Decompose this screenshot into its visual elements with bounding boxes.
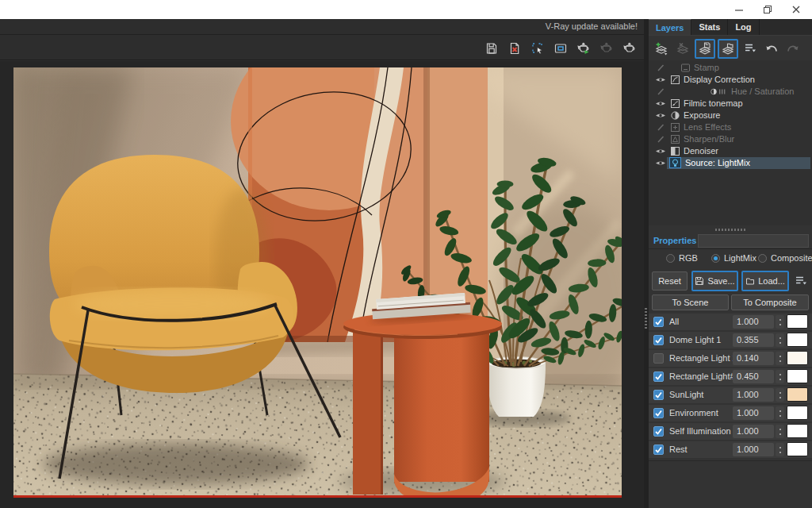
load-button[interactable]: Load...: [741, 271, 789, 291]
visibility-off-icon[interactable]: [655, 136, 666, 143]
value-spinner[interactable]: [776, 443, 784, 456]
light-value-field[interactable]: 1.000: [733, 315, 774, 329]
layer-row-denoiser[interactable]: Denoiser: [649, 145, 812, 157]
visibility-eye-icon[interactable]: [655, 112, 666, 119]
load-layers-preset-button[interactable]: [718, 39, 738, 59]
light-color-swatch[interactable]: [787, 369, 808, 383]
light-color-swatch[interactable]: [787, 406, 808, 420]
visibility-off-icon[interactable]: [655, 64, 666, 71]
delete-layer-icon: [676, 41, 690, 56]
light-checkbox[interactable]: [653, 335, 664, 345]
stop-render-button[interactable]: [619, 38, 639, 58]
light-row-all[interactable]: All 1.000: [649, 314, 812, 330]
light-checkbox[interactable]: [653, 353, 664, 364]
layer-row-filmic-tonemap[interactable]: Filmic tonemap: [649, 98, 812, 110]
save-button[interactable]: Save...: [691, 271, 738, 291]
light-value-field[interactable]: 0.140: [733, 352, 774, 365]
layer-row-stamp[interactable]: Stamp: [649, 62, 812, 74]
reset-button[interactable]: Reset: [652, 271, 688, 291]
lightmix-presets-menu-button[interactable]: [792, 272, 810, 290]
light-value-field[interactable]: 0.355: [733, 333, 774, 347]
lightmix-bulb-icon: [669, 157, 681, 168]
light-color-swatch[interactable]: [787, 387, 808, 402]
layer-row-sharpen-blur[interactable]: Sharpen/Blur: [649, 133, 812, 145]
value-spinner[interactable]: [776, 315, 784, 329]
radio-composite[interactable]: Composite: [758, 253, 812, 263]
visibility-off-icon[interactable]: [655, 88, 666, 95]
render-last-button[interactable]: [573, 38, 593, 58]
undo-button[interactable]: [762, 39, 781, 58]
region-render-button[interactable]: [527, 38, 547, 58]
light-row-rectangle-light-2[interactable]: Rectangle Light 2 0.140: [649, 350, 812, 367]
light-checkbox[interactable]: [653, 426, 664, 437]
value-spinner[interactable]: [776, 388, 784, 402]
restore-button[interactable]: [753, 0, 782, 19]
value-spinner[interactable]: [776, 333, 784, 347]
light-row-environment[interactable]: Environment 1.000: [649, 405, 812, 421]
show-whole-image-button[interactable]: [550, 38, 570, 58]
light-checkbox[interactable]: [653, 371, 664, 382]
save-layers-preset-button[interactable]: [695, 39, 715, 59]
light-checkbox[interactable]: [653, 390, 664, 400]
render-image[interactable]: [13, 67, 622, 498]
layer-label: Sharpen/Blur: [684, 133, 734, 145]
layer-row-exposure[interactable]: Exposure: [649, 110, 812, 121]
light-color-swatch[interactable]: [787, 314, 808, 329]
close-button[interactable]: [782, 0, 810, 19]
layer-row-lens-effects[interactable]: Lens Effects: [649, 121, 812, 133]
light-value-field[interactable]: 1.000: [733, 388, 774, 402]
minimize-button[interactable]: [725, 0, 753, 19]
restore-icon: [762, 4, 773, 15]
radio-icon: [711, 254, 720, 263]
light-row-dome-light-1[interactable]: Dome Light 1 0.355: [649, 332, 812, 348]
light-row-self-illumination[interactable]: Self Illumination 1.000: [649, 423, 812, 440]
light-checkbox[interactable]: [653, 317, 664, 327]
to-scene-button[interactable]: To Scene: [652, 294, 729, 310]
layer-row-display-correction[interactable]: Display Correction: [649, 74, 812, 86]
panel-divider-grip[interactable]: [645, 308, 647, 329]
tab-layers[interactable]: Layers: [649, 19, 691, 35]
save-image-button[interactable]: [481, 38, 501, 58]
add-layer-button[interactable]: [652, 39, 671, 58]
folder-icon: [745, 276, 755, 286]
light-value-field[interactable]: 1.000: [733, 443, 774, 456]
clear-image-button[interactable]: [504, 38, 524, 58]
layer-label: Denoiser: [684, 145, 718, 157]
light-row-rest[interactable]: Rest 1.000: [649, 441, 812, 458]
radio-lightmix[interactable]: LightMix: [711, 253, 756, 263]
light-value-field[interactable]: 1.000: [733, 425, 774, 438]
value-spinner[interactable]: [776, 370, 784, 383]
to-composite-button[interactable]: To Composite: [731, 294, 809, 310]
layer-presets-menu-button[interactable]: [741, 39, 760, 58]
light-value-field[interactable]: 1.000: [733, 406, 774, 420]
light-color-swatch[interactable]: [787, 442, 808, 456]
light-name: Dome Light 1: [669, 332, 721, 348]
value-spinner[interactable]: [776, 425, 784, 438]
value-spinner[interactable]: [776, 406, 784, 420]
light-checkbox[interactable]: [653, 444, 664, 455]
value-spinner[interactable]: [776, 352, 784, 365]
properties-tab[interactable]: Properties: [653, 236, 696, 245]
properties-splitter-grip[interactable]: [649, 226, 812, 233]
tab-stats[interactable]: Stats: [691, 19, 728, 35]
visibility-eye-icon[interactable]: [655, 160, 666, 167]
light-value-field[interactable]: 0.450: [733, 370, 774, 383]
visibility-eye-icon[interactable]: [655, 148, 666, 155]
visibility-off-icon[interactable]: [655, 124, 666, 131]
light-color-swatch[interactable]: [787, 333, 808, 347]
visibility-eye-icon[interactable]: [655, 76, 666, 83]
light-row-sunlight[interactable]: SunLight 1.000: [649, 387, 812, 403]
light-checkbox[interactable]: [653, 408, 664, 418]
update-notification[interactable]: V-Ray update available!: [546, 21, 638, 31]
delete-layer-button: [673, 39, 692, 58]
layer-row-source-lightmix[interactable]: Source: LightMix: [649, 157, 812, 169]
light-row-rectangle-light1-3[interactable]: Rectangle Light#1 3 0.450: [649, 368, 812, 385]
light-name: All: [669, 314, 679, 330]
tab-log[interactable]: Log: [728, 19, 759, 35]
visibility-eye-icon[interactable]: [655, 100, 666, 107]
layer-row-hue-saturation[interactable]: Hue / Saturation: [649, 86, 812, 98]
light-color-swatch[interactable]: [787, 351, 808, 365]
radio-rgb[interactable]: RGB: [666, 253, 698, 263]
light-name: Self Illumination: [669, 423, 731, 440]
light-color-swatch[interactable]: [787, 424, 808, 438]
